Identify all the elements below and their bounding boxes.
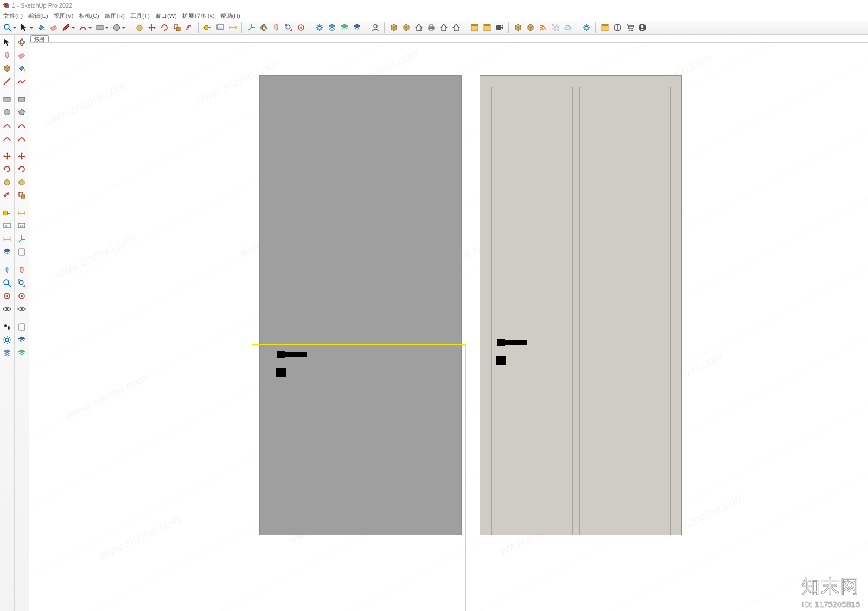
camera-eye-icon[interactable] <box>1 303 14 315</box>
move-tool-icon[interactable] <box>1 150 14 162</box>
shadow-icon[interactable] <box>16 333 28 346</box>
import-icon[interactable] <box>450 22 462 34</box>
menu-item[interactable]: 相机(C) <box>79 12 99 20</box>
zoom-icon[interactable] <box>1 22 14 34</box>
protractor-icon[interactable] <box>16 207 28 219</box>
pan-tool-icon[interactable] <box>16 263 28 276</box>
arc-center-icon[interactable] <box>16 119 28 131</box>
pan-hand-icon[interactable] <box>1 49 14 61</box>
position-camera-icon[interactable] <box>295 22 307 34</box>
pan-icon[interactable] <box>270 22 282 34</box>
rotate-icon[interactable] <box>158 22 170 34</box>
paint-fill-icon[interactable] <box>16 62 28 74</box>
circle-tool-icon[interactable] <box>1 106 14 118</box>
menu-item[interactable]: 视图(V) <box>54 12 74 20</box>
orbit-view-icon[interactable] <box>16 36 28 48</box>
styles-icon[interactable] <box>1 333 14 346</box>
dimension-tool-icon[interactable] <box>1 233 14 245</box>
polygon-icon[interactable] <box>16 106 28 118</box>
footprints-icon[interactable] <box>1 320 14 333</box>
line-tool-icon[interactable] <box>1 75 14 87</box>
move-icon[interactable] <box>145 22 158 34</box>
pushpull-icon[interactable] <box>133 22 145 34</box>
animation-icon[interactable] <box>481 22 493 34</box>
paintbucket-icon[interactable] <box>35 22 47 34</box>
extension-wh-icon[interactable] <box>400 22 412 34</box>
scale-icon[interactable] <box>170 22 183 34</box>
zoom-tool-icon[interactable] <box>1 276 14 289</box>
freehand-icon[interactable] <box>16 75 28 87</box>
rotate-copy-icon[interactable] <box>16 163 28 175</box>
select-arrow-icon[interactable] <box>1 36 14 48</box>
arc-icon[interactable] <box>76 22 89 34</box>
model-door-beige[interactable] <box>480 75 682 535</box>
move-copy-icon[interactable] <box>16 150 28 162</box>
zoom-region-icon[interactable] <box>16 276 28 289</box>
info-icon[interactable] <box>611 22 623 34</box>
blank-icon[interactable] <box>16 320 28 333</box>
geo-icon[interactable] <box>524 22 537 34</box>
layers-icon[interactable] <box>326 22 338 34</box>
rectangle-tool-icon[interactable] <box>1 93 14 105</box>
window-icon[interactable] <box>598 22 611 34</box>
model-viewport[interactable]: www.znzmo.com www.znzmo.com www.znzmo.co… <box>29 42 868 611</box>
offset-icon[interactable] <box>183 22 195 34</box>
orbit-icon[interactable] <box>257 22 270 34</box>
warehouse-icon[interactable] <box>387 22 400 34</box>
add-location-icon[interactable] <box>512 22 524 34</box>
text-label-icon[interactable] <box>214 22 226 34</box>
menu-item[interactable]: 工具(T) <box>130 12 150 20</box>
sectionplane-icon[interactable] <box>1 246 14 258</box>
menu-item[interactable]: 绘图(R) <box>105 12 125 20</box>
layers-tag-icon[interactable] <box>1 346 14 359</box>
menu-item[interactable]: 扩展程序 (x) <box>182 12 215 20</box>
image-export-icon[interactable] <box>468 22 481 34</box>
circle-icon[interactable] <box>110 22 123 34</box>
export-icon[interactable] <box>437 22 450 34</box>
arc2pt-icon[interactable] <box>1 119 14 131</box>
arc-tool-icon[interactable] <box>1 132 14 144</box>
rectangle-icon[interactable] <box>93 22 106 34</box>
followme-icon[interactable] <box>16 176 28 188</box>
mirror-icon[interactable] <box>16 246 28 258</box>
menu-item[interactable]: 帮助(H) <box>220 12 240 20</box>
menu-item[interactable]: 窗口(W) <box>155 12 177 20</box>
cart-icon[interactable] <box>623 22 636 34</box>
pencil-icon[interactable] <box>60 22 72 34</box>
user-icon[interactable] <box>369 22 381 34</box>
position-tool-icon[interactable] <box>1 263 14 276</box>
pushpull-tool-icon[interactable] <box>1 176 14 188</box>
tape-tool-icon[interactable] <box>1 207 14 219</box>
lookaround-icon[interactable] <box>16 303 28 315</box>
look-icon[interactable] <box>16 290 28 302</box>
axes-tool-icon[interactable] <box>16 233 28 245</box>
eraser-tool-icon[interactable] <box>16 49 28 61</box>
rotated-rect-icon[interactable] <box>16 93 28 105</box>
menu-item[interactable]: 编辑(E) <box>28 12 48 20</box>
select-icon[interactable] <box>18 22 30 34</box>
outliner-tree-icon[interactable] <box>16 346 28 359</box>
walk-icon[interactable] <box>1 290 14 302</box>
component-opts-icon[interactable] <box>313 22 326 34</box>
rss-icon[interactable] <box>537 22 549 34</box>
print-icon[interactable] <box>425 22 437 34</box>
section-icon[interactable] <box>350 22 363 34</box>
axes-icon[interactable] <box>245 22 257 34</box>
text3d-icon[interactable] <box>1 220 14 232</box>
record-icon[interactable] <box>493 22 506 34</box>
cloud-icon[interactable] <box>561 22 574 34</box>
text-note-icon[interactable] <box>16 220 28 232</box>
dimension-icon[interactable] <box>226 22 239 34</box>
settings-icon[interactable] <box>580 22 592 34</box>
zoom-extents-icon[interactable] <box>282 22 295 34</box>
home-icon[interactable] <box>412 22 425 34</box>
component-icon[interactable] <box>1 62 14 74</box>
offset-tool-icon[interactable] <box>1 189 14 201</box>
menu-item[interactable]: 文件(F) <box>3 12 23 20</box>
account-icon[interactable] <box>636 22 648 34</box>
scale-tool-icon[interactable] <box>16 189 28 201</box>
outliner-icon[interactable] <box>338 22 350 34</box>
tape-icon[interactable] <box>201 22 214 34</box>
pie-icon[interactable] <box>16 132 28 144</box>
texture-icon[interactable] <box>549 22 561 34</box>
